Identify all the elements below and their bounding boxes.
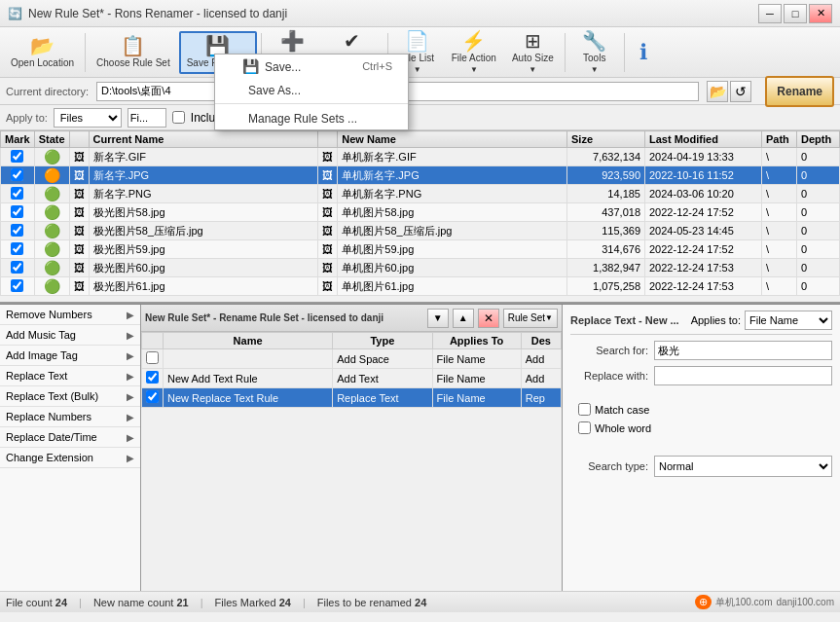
browse-button[interactable]: 📂 bbox=[707, 81, 728, 102]
info-button[interactable]: ℹ bbox=[629, 31, 658, 74]
files-to-rename-item: Files to be renamed 24 bbox=[317, 597, 427, 608]
arrow-icon-4: ▶ bbox=[127, 391, 134, 402]
rule-check[interactable] bbox=[146, 351, 159, 364]
match-case-checkbox[interactable] bbox=[578, 403, 591, 416]
app-icon: 🔄 bbox=[8, 7, 22, 20]
col-rule-applies: Applies To bbox=[432, 333, 521, 349]
col-current-name: Current Name bbox=[89, 131, 318, 148]
rename-button[interactable]: Rename bbox=[765, 76, 834, 107]
applies-to-select[interactable]: File Name bbox=[745, 311, 832, 330]
table-row[interactable]: 🟢 🖼 极光图片60.jpg 🖼 单机图片60.jpg 1,382,947 20… bbox=[1, 259, 840, 277]
file-icon: 🖼 bbox=[74, 169, 85, 181]
rule-row[interactable]: Add Space File Name Add bbox=[142, 349, 562, 369]
row-modified: 2024-05-23 14:45 bbox=[645, 222, 762, 240]
row-modified: 2024-04-19 13:33 bbox=[645, 148, 762, 166]
row-modified: 2024-03-06 10:20 bbox=[645, 185, 762, 203]
row-depth: 0 bbox=[797, 277, 840, 296]
row-new-name: 单机图片61.jpg bbox=[338, 277, 567, 296]
col-rule-name: Name bbox=[164, 333, 333, 349]
rule-set-dropdown-button[interactable]: Rule Set ▼ bbox=[503, 309, 558, 328]
row-mark-check[interactable] bbox=[11, 150, 23, 163]
table-row[interactable]: 🟢 🖼 新名字.GIF 🖼 单机新名字.GIF 7,632,134 2024-0… bbox=[1, 148, 840, 166]
files-marked-value: 24 bbox=[279, 597, 291, 608]
search-for-input[interactable] bbox=[654, 341, 832, 360]
row-depth: 0 bbox=[797, 222, 840, 240]
save-as-menu-item[interactable]: Save As... bbox=[215, 78, 408, 101]
table-row[interactable]: 🟠 🖼 新名字.JPG 🖼 单机新名字.JPG 923,590 2022-10-… bbox=[1, 166, 840, 185]
rule-check[interactable] bbox=[146, 390, 159, 403]
save-menu-item[interactable]: 💾Save... Ctrl+S bbox=[215, 55, 408, 78]
row-mark-cell bbox=[1, 259, 35, 277]
rule-applies-cell: File Name bbox=[432, 349, 521, 369]
include-subdirs-checkbox[interactable] bbox=[172, 111, 185, 124]
row-mark-check[interactable] bbox=[11, 187, 23, 200]
search-type-select[interactable]: Normal bbox=[654, 456, 832, 477]
rule-check[interactable] bbox=[146, 371, 159, 384]
row-mark-check[interactable] bbox=[11, 168, 23, 181]
row-mark-check[interactable] bbox=[11, 224, 23, 237]
row-new-icon: 🖼 bbox=[318, 222, 338, 240]
category-replace-date-time[interactable]: Replace Date/Time ▶ bbox=[0, 427, 140, 448]
category-add-music-tag[interactable]: Add Music Tag ▶ bbox=[0, 325, 140, 346]
choose-rule-set-button[interactable]: 📋 Choose Rule Set bbox=[90, 31, 177, 74]
table-row[interactable]: 🟢 🖼 极光图片58.jpg 🖼 单机图片58.jpg 437,018 2022… bbox=[1, 203, 840, 222]
file-action-label: File Action bbox=[452, 53, 496, 63]
row-size: 314,676 bbox=[567, 240, 645, 259]
delete-rule-button[interactable]: ✕ bbox=[478, 309, 499, 328]
table-row[interactable]: 🟢 🖼 极光图片58_压缩后.jpg 🖼 单机图片58_压缩后.jpg 115,… bbox=[1, 222, 840, 240]
arrow-icon-7: ▶ bbox=[127, 453, 134, 463]
nav-down-button[interactable]: ▼ bbox=[427, 309, 449, 328]
new-file-icon: 🖼 bbox=[322, 169, 333, 181]
nav-up-button[interactable]: ▲ bbox=[453, 309, 474, 328]
close-button[interactable]: ✕ bbox=[809, 4, 832, 23]
arrow-icon-2: ▶ bbox=[127, 350, 134, 361]
open-location-button[interactable]: 📂 Open Location bbox=[4, 31, 81, 74]
apply-to-select[interactable]: Files bbox=[54, 108, 122, 128]
category-change-extension[interactable]: Change Extension ▶ bbox=[0, 448, 140, 468]
search-for-label: Search for: bbox=[570, 345, 648, 356]
maximize-button[interactable]: □ bbox=[784, 4, 807, 23]
search-type-row: Search type: Normal bbox=[570, 456, 832, 477]
arrow-icon-3: ▶ bbox=[127, 371, 134, 382]
table-row[interactable]: 🟢 🖼 极光图片59.jpg 🖼 单机图片59.jpg 314,676 2022… bbox=[1, 240, 840, 259]
rule-desc-cell: Add bbox=[521, 349, 561, 369]
row-mark-check[interactable] bbox=[11, 242, 23, 255]
file-action-button[interactable]: ⚡ File Action ▼ bbox=[445, 31, 503, 74]
file-table-body: 🟢 🖼 新名字.GIF 🖼 单机新名字.GIF 7,632,134 2024-0… bbox=[1, 148, 840, 296]
refresh-button[interactable]: ↺ bbox=[730, 81, 751, 102]
dropdown-separator bbox=[215, 103, 408, 104]
apply-to-label: Apply to: bbox=[6, 112, 48, 124]
category-replace-numbers[interactable]: Replace Numbers ▶ bbox=[0, 407, 140, 427]
table-row[interactable]: 🟢 🖼 新名字.PNG 🖼 单机新名字.PNG 14,185 2024-03-0… bbox=[1, 185, 840, 203]
rule-set-title: New Rule Set* - Rename Rule Set - licens… bbox=[145, 312, 423, 323]
replace-with-input[interactable] bbox=[654, 366, 832, 385]
state-icon: 🟢 bbox=[44, 241, 60, 257]
category-replace-text[interactable]: Replace Text ▶ bbox=[0, 366, 140, 386]
category-replace-text-bulk[interactable]: Replace Text (Bulk) ▶ bbox=[0, 386, 140, 407]
replace-text-label: Replace Text bbox=[6, 370, 67, 382]
minimize-button[interactable]: ─ bbox=[758, 4, 782, 23]
row-mark-check[interactable] bbox=[11, 279, 23, 292]
tools-button[interactable]: 🔧 Tools ▼ bbox=[569, 31, 620, 74]
row-mark-check[interactable] bbox=[11, 205, 23, 218]
category-add-image-tag[interactable]: Add Image Tag ▶ bbox=[0, 346, 140, 366]
config-title: Replace Text - New ... bbox=[570, 314, 679, 326]
manage-rule-sets-menu-item[interactable]: Manage Rule Sets ... bbox=[215, 106, 408, 129]
files-to-rename-label: Files to be renamed bbox=[317, 597, 412, 608]
rule-row[interactable]: New Replace Text Rule Replace Text File … bbox=[142, 388, 562, 408]
file-icon: 🖼 bbox=[74, 262, 85, 274]
col-modified: Last Modified bbox=[645, 131, 762, 148]
row-new-name: 单机新名字.GIF bbox=[338, 148, 567, 166]
whole-word-checkbox[interactable] bbox=[578, 421, 591, 434]
table-row[interactable]: 🟢 🖼 极光图片61.jpg 🖼 单机图片61.jpg 1,075,258 20… bbox=[1, 277, 840, 296]
col-size: Size bbox=[567, 131, 645, 148]
row-mark-check[interactable] bbox=[11, 261, 23, 274]
rule-set-btn-arrow: ▼ bbox=[545, 313, 553, 322]
category-remove-numbers[interactable]: Remove Numbers ▶ bbox=[0, 305, 140, 325]
row-modified: 2022-12-24 17:52 bbox=[645, 203, 762, 222]
filter-input[interactable] bbox=[128, 108, 166, 128]
auto-size-button[interactable]: ⊞ Auto Size ▼ bbox=[505, 31, 561, 74]
rule-row[interactable]: New Add Text Rule Add Text File Name Add bbox=[142, 369, 562, 388]
row-new-name: 单机新名字.PNG bbox=[338, 185, 567, 203]
match-case-row: Match case bbox=[570, 403, 832, 416]
